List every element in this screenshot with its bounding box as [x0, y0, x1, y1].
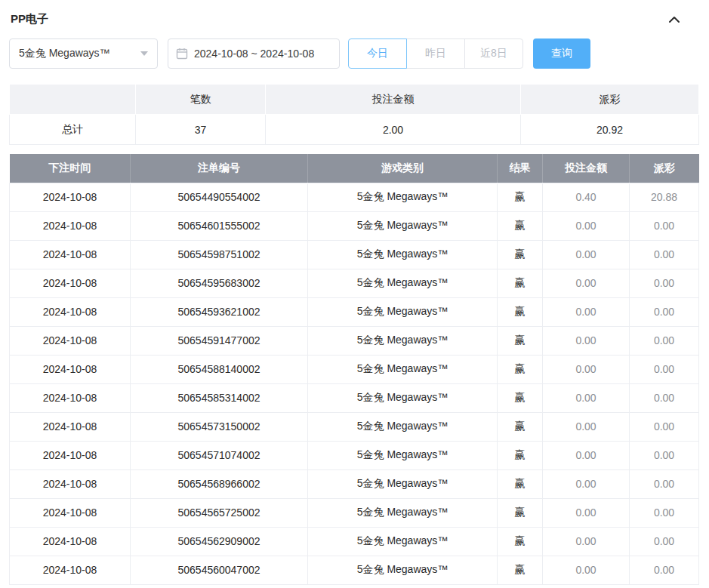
table-row: 2024-10-08506544905540025金兔 Megaways™赢0.… [10, 183, 699, 211]
table-row: 2024-10-08506545914770025金兔 Megaways™赢0.… [10, 326, 699, 355]
cell: 50654568966002 [131, 469, 308, 498]
cell: 2024-10-08 [10, 297, 131, 326]
cell: 0.40 [543, 183, 630, 211]
cell: 50654571074002 [131, 441, 308, 469]
cell: 5金兔 Megaways™ [308, 498, 498, 527]
summary-header-count: 笔数 [136, 85, 266, 115]
table-row: 2024-10-08506545936210025金兔 Megaways™赢0.… [10, 297, 699, 326]
cell: 5金兔 Megaways™ [308, 412, 498, 441]
cell: 50654601555002 [131, 211, 308, 240]
summary-bet-amount-value: 2.00 [266, 115, 521, 145]
cell: 0.00 [630, 527, 699, 556]
cell: 0.00 [543, 469, 630, 498]
cell: 5金兔 Megaways™ [308, 183, 498, 211]
table-row: 2024-10-08506545731500025金兔 Megaways™赢0.… [10, 412, 699, 441]
table-row: 2024-10-08506545710740025金兔 Megaways™赢0.… [10, 441, 699, 469]
cell: 50654573150002 [131, 412, 308, 441]
cell: 2024-10-08 [10, 240, 131, 269]
cell: 5金兔 Megaways™ [308, 211, 498, 240]
bet-table-head-row: 下注时间注单编号游戏类别结果投注金额派彩 [10, 154, 699, 183]
cell: 0.00 [543, 412, 630, 441]
cell: 0.00 [543, 556, 630, 584]
cell: 50654593621002 [131, 297, 308, 326]
cell: 0.00 [630, 240, 699, 269]
cell: 赢 [498, 297, 543, 326]
summary-count-value: 37 [136, 115, 266, 145]
cell: 赢 [498, 355, 543, 383]
date-range-value: 2024-10-08 ~ 2024-10-08 [194, 48, 314, 60]
bet-table: 下注时间注单编号游戏类别结果投注金额派彩 2024-10-08506544905… [9, 154, 699, 585]
yesterday-button[interactable]: 昨日 [406, 38, 465, 69]
cell: 5金兔 Megaways™ [308, 556, 498, 584]
cell: 0.00 [543, 527, 630, 556]
cell: 0.00 [630, 556, 699, 584]
table-row: 2024-10-08506546015550025金兔 Megaways™赢0.… [10, 211, 699, 240]
cell: 0.00 [630, 469, 699, 498]
cell: 5金兔 Megaways™ [308, 355, 498, 383]
cell: 2024-10-08 [10, 269, 131, 297]
cell: 5金兔 Megaways™ [308, 469, 498, 498]
cell: 赢 [498, 556, 543, 584]
column-header: 投注金额 [543, 154, 630, 183]
column-header: 游戏类别 [308, 154, 498, 183]
panel-header: PP电子 [9, 9, 699, 26]
cell: 50654565725002 [131, 498, 308, 527]
summary-header-empty [10, 85, 136, 115]
cell: 2024-10-08 [10, 383, 131, 412]
search-button[interactable]: 查询 [533, 38, 590, 69]
cell: 2024-10-08 [10, 355, 131, 383]
cell: 0.00 [630, 498, 699, 527]
calendar-icon [176, 48, 188, 60]
table-row: 2024-10-08506545629090025金兔 Megaways™赢0.… [10, 527, 699, 556]
date-range-picker[interactable]: 2024-10-08 ~ 2024-10-08 [168, 38, 340, 69]
table-row: 2024-10-08506545853140025金兔 Megaways™赢0.… [10, 383, 699, 412]
last-8-days-button[interactable]: 近8日 [464, 38, 523, 69]
chevron-down-icon [140, 51, 148, 56]
cell: 2024-10-08 [10, 211, 131, 240]
cell: 2024-10-08 [10, 183, 131, 211]
cell: 赢 [498, 527, 543, 556]
cell: 赢 [498, 269, 543, 297]
quick-range-group: 今日 昨日 近8日 [348, 38, 523, 69]
cell: 20.88 [630, 183, 699, 211]
cell: 50654598751002 [131, 240, 308, 269]
cell: 50654562909002 [131, 527, 308, 556]
cell: 0.00 [630, 355, 699, 383]
cell: 0.00 [543, 498, 630, 527]
cell: 赢 [498, 469, 543, 498]
cell: 50654585314002 [131, 383, 308, 412]
cell: 0.00 [543, 269, 630, 297]
cell: 赢 [498, 383, 543, 412]
cell: 2024-10-08 [10, 469, 131, 498]
game-select-value: 5金兔 Megaways™ [19, 47, 110, 60]
cell: 5金兔 Megaways™ [308, 441, 498, 469]
column-header: 下注时间 [10, 154, 131, 183]
cell: 2024-10-08 [10, 412, 131, 441]
today-button[interactable]: 今日 [348, 38, 407, 69]
table-row: 2024-10-08506545689660025金兔 Megaways™赢0.… [10, 469, 699, 498]
cell: 50654588140002 [131, 355, 308, 383]
collapse-icon[interactable] [667, 13, 698, 26]
cell: 0.00 [630, 269, 699, 297]
cell: 0.00 [630, 211, 699, 240]
summary-payout-value: 20.92 [521, 115, 699, 145]
cell: 5金兔 Megaways™ [308, 297, 498, 326]
cell: 0.00 [543, 240, 630, 269]
table-row: 2024-10-08506545657250025金兔 Megaways™赢0.… [10, 498, 699, 527]
cell: 0.00 [543, 383, 630, 412]
table-row: 2024-10-08506545881400025金兔 Megaways™赢0.… [10, 355, 699, 383]
cell: 0.00 [543, 355, 630, 383]
summary-header-payout: 派彩 [521, 85, 699, 115]
table-row: 2024-10-08506545600470025金兔 Megaways™赢0.… [10, 556, 699, 584]
cell: 2024-10-08 [10, 498, 131, 527]
game-select[interactable]: 5金兔 Megaways™ [9, 38, 158, 69]
cell: 0.00 [543, 441, 630, 469]
cell: 50654560047002 [131, 556, 308, 584]
cell: 0.00 [630, 326, 699, 355]
cell: 5金兔 Megaways™ [308, 326, 498, 355]
cell: 50654591477002 [131, 326, 308, 355]
page-title: PP电子 [11, 12, 48, 26]
cell: 赢 [498, 240, 543, 269]
cell: 0.00 [543, 326, 630, 355]
bet-table-body: 2024-10-08506544905540025金兔 Megaways™赢0.… [10, 183, 699, 584]
